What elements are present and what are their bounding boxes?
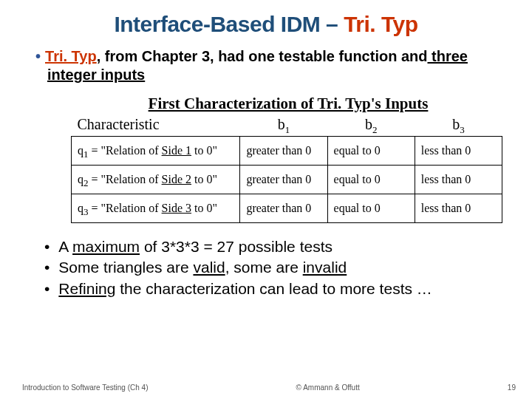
cell-characteristic: q1 = "Relation of Side 1 to 0" — [72, 137, 240, 166]
cell-characteristic: q3 = "Relation of Side 3 to 0" — [72, 194, 240, 223]
footer-left: Introduction to Software Testing (Ch 4) — [22, 383, 148, 392]
list-item: Some triangles are valid, some are inval… — [44, 257, 510, 278]
cell-b3: less than 0 — [415, 166, 502, 194]
bullet-list: A maximum of 3*3*3 = 27 possible tests S… — [22, 236, 510, 299]
col-characteristic: Characteristic — [72, 115, 240, 137]
cell-b1: greater than 0 — [240, 137, 327, 166]
slide-title: Interface-Based IDM – Tri. Typ — [22, 12, 510, 37]
table-row: q1 = "Relation of Side 1 to 0" greater t… — [72, 137, 502, 166]
cell-b2: equal to 0 — [327, 166, 415, 194]
table-header-row: Characteristic b1 b2 b3 — [72, 115, 502, 137]
lead-mid: , from Chapter 3, had one testable funct… — [97, 48, 428, 64]
table-row: q3 = "Relation of Side 3 to 0" greater t… — [72, 194, 502, 223]
cell-characteristic: q2 = "Relation of Side 2 to 0" — [72, 166, 240, 194]
footer-center: © Ammann & Offutt — [296, 383, 360, 392]
col-b2: b2 — [327, 115, 415, 137]
bullet-dot: • — [35, 48, 45, 64]
title-highlight: Tri. Typ — [344, 12, 417, 36]
cell-b3: less than 0 — [415, 194, 502, 223]
cell-b2: equal to 0 — [327, 137, 415, 166]
col-b3: b3 — [415, 115, 502, 137]
characterization-table: Characteristic b1 b2 b3 q1 = "Relation o… — [71, 115, 502, 223]
col-b1: b1 — [240, 115, 327, 137]
list-item: A maximum of 3*3*3 = 27 possible tests — [44, 236, 510, 257]
lead-highlight: Tri. Typ — [45, 48, 97, 64]
cell-b3: less than 0 — [415, 137, 502, 166]
cell-b2: equal to 0 — [327, 194, 415, 223]
slide-footer: Introduction to Software Testing (Ch 4) … — [0, 383, 532, 392]
footer-page-number: 19 — [508, 383, 516, 392]
title-prefix: Interface-Based IDM – — [114, 12, 344, 36]
list-item: Refining the characterization can lead t… — [44, 279, 510, 299]
cell-b1: greater than 0 — [240, 194, 327, 223]
table-caption: First Characterization of Tri. Typ's Inp… — [71, 95, 505, 113]
table-row: q2 = "Relation of Side 2 to 0" greater t… — [72, 166, 502, 194]
lead-bullet: •Tri. Typ, from Chapter 3, had one testa… — [22, 47, 510, 84]
cell-b1: greater than 0 — [240, 166, 327, 194]
